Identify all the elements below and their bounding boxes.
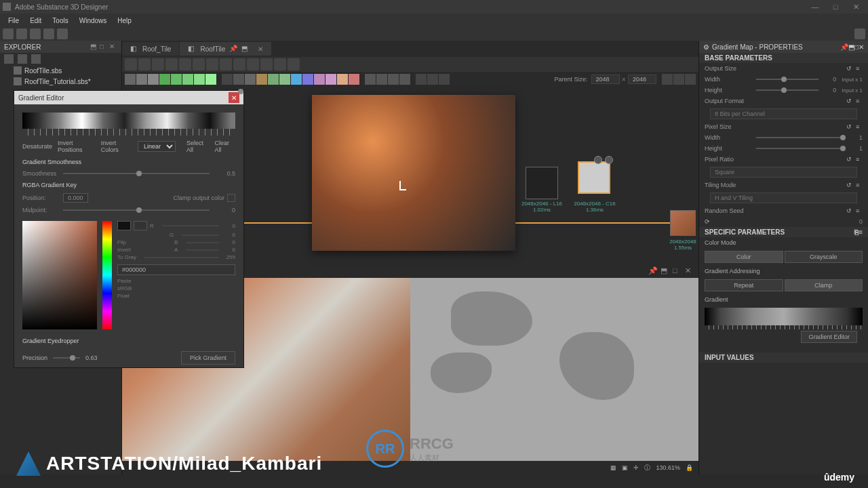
graph-node-output[interactable] — [670, 210, 696, 236]
save-all-icon[interactable] — [57, 28, 68, 39]
close-button[interactable]: ✕ — [229, 92, 239, 103]
break-icon[interactable] — [247, 58, 259, 70]
node-badge-icon[interactable] — [605, 156, 613, 164]
menu-edit[interactable]: Edit — [24, 16, 47, 26]
pin-icon[interactable]: 📌 — [840, 43, 848, 51]
midpoint-slider[interactable] — [63, 209, 210, 211]
position-input[interactable]: 0.000 — [63, 193, 88, 203]
shelf-node-12[interactable] — [256, 74, 267, 85]
dock-icon[interactable]: ⬒ — [848, 43, 854, 51]
shelf-node-24[interactable] — [399, 74, 410, 85]
close-panel-icon[interactable]: ✕ — [109, 43, 117, 51]
shelf-node-16[interactable] — [302, 74, 313, 85]
new-graph-icon[interactable] — [4, 54, 14, 64]
link-icon[interactable] — [31, 54, 41, 64]
g-slider[interactable] — [182, 235, 219, 236]
shelf-node-20[interactable] — [349, 74, 359, 85]
shelf-node-15[interactable] — [291, 74, 302, 85]
shelf-node-23[interactable] — [388, 74, 399, 85]
menu-icon[interactable]: ≡ — [856, 98, 863, 104]
section-specific[interactable]: SPECIFIC PARAMETERS ⎘ ≡ — [699, 227, 868, 237]
select-all-button[interactable]: Select All — [186, 140, 210, 153]
invert-colors-button[interactable]: Invert Colors — [101, 140, 132, 153]
clear-all-button[interactable]: Clear All — [215, 140, 235, 153]
shelf-node-18[interactable] — [326, 74, 336, 85]
section-base[interactable]: BASE PARAMETERS — [699, 53, 868, 63]
gradient-editor-titlebar[interactable]: Gradient Editor ✕ — [14, 91, 243, 104]
gradient-preview[interactable] — [705, 308, 863, 325]
shelf-node-1[interactable] — [125, 74, 136, 85]
menu-help[interactable]: Help — [112, 16, 137, 26]
menu-windows[interactable]: Windows — [74, 16, 113, 26]
shelf-opt-1[interactable] — [662, 74, 673, 85]
color-mode-grayscale-button[interactable]: Grayscale — [785, 251, 863, 263]
section-input-values[interactable]: INPUT VALUES — [699, 352, 868, 363]
expand-icon[interactable]: ⬒ — [241, 45, 250, 53]
shelf-node-10[interactable] — [233, 74, 244, 85]
shelf-node-9[interactable] — [222, 74, 233, 85]
close-icon[interactable]: ✕ — [685, 266, 693, 274]
save-icon[interactable] — [43, 28, 54, 39]
randomize-icon[interactable]: ⟳ — [705, 218, 714, 225]
open-icon[interactable] — [16, 28, 27, 39]
swatch-current[interactable] — [117, 221, 131, 230]
addressing-repeat-button[interactable]: Repeat — [705, 279, 783, 291]
srgb-button[interactable]: sRGB — [117, 285, 235, 291]
shelf-node-11[interactable] — [245, 74, 256, 85]
expand-icon[interactable]: □ — [673, 266, 681, 274]
tree-item[interactable]: RoofTile.sbs — [0, 65, 121, 76]
reset-icon[interactable]: ↺ — [846, 156, 853, 163]
addressing-clamp-button[interactable]: Clamp — [785, 279, 863, 291]
info-icon[interactable]: ⓘ — [644, 464, 650, 472]
new-icon[interactable] — [3, 28, 14, 39]
minimize-button[interactable]: — — [806, 1, 825, 13]
move-icon[interactable] — [138, 58, 151, 70]
clamp-checkbox[interactable] — [227, 194, 235, 202]
shelf-opt-3[interactable] — [685, 74, 696, 85]
pan-icon[interactable] — [125, 58, 137, 70]
height-slider[interactable] — [756, 89, 818, 91]
shelf-tool-1[interactable] — [416, 74, 427, 85]
menu-icon[interactable]: ≡ — [856, 182, 863, 188]
reference-image-overlay[interactable] — [312, 95, 515, 251]
info-icon[interactable] — [165, 58, 178, 70]
menu-icon[interactable]: ≡ — [856, 207, 863, 214]
interpolation-dropdown[interactable]: Linear — [138, 141, 176, 152]
menu-tools[interactable]: Tools — [47, 16, 73, 26]
close-button[interactable]: ✕ — [846, 1, 865, 13]
pin-icon[interactable]: 📌 — [229, 45, 237, 53]
reset-icon[interactable]: ↺ — [846, 65, 853, 72]
swatch-previous[interactable] — [134, 221, 147, 230]
reset-icon[interactable]: ↺ — [846, 123, 853, 130]
precision-slider[interactable] — [53, 357, 80, 359]
grid-icon[interactable]: ▦ — [610, 464, 616, 471]
shelf-node-14[interactable] — [279, 74, 290, 85]
shelf-node-3[interactable] — [148, 74, 159, 85]
color-picker-field[interactable] — [22, 221, 97, 329]
lock-icon[interactable]: 🔒 — [686, 464, 693, 471]
float-button[interactable]: Float — [117, 293, 235, 299]
graph-node-selected[interactable] — [578, 161, 610, 194]
menu-file[interactable]: File — [3, 16, 24, 26]
node-badge-icon[interactable] — [594, 156, 602, 164]
menu-icon[interactable]: ≡ — [856, 123, 863, 130]
maximize-panel-icon[interactable]: □ — [100, 43, 108, 51]
tab-roof-tile-1[interactable]: ◧ Roof_Tile — [122, 42, 179, 56]
shelf-node-4[interactable] — [159, 74, 170, 85]
graph-node[interactable] — [526, 167, 558, 199]
hue-slider[interactable] — [102, 221, 112, 329]
desaturate-button[interactable]: Desaturate — [22, 143, 52, 150]
new-folder-icon[interactable] — [18, 54, 27, 64]
output-format-dropdown[interactable]: 8 Bits per Channel — [710, 108, 857, 119]
gray-slider[interactable] — [144, 257, 219, 258]
shelf-node-19[interactable] — [337, 74, 348, 85]
maximize-button[interactable]: □ — [826, 1, 845, 13]
snap-icon[interactable] — [288, 58, 300, 70]
shelf-node-17[interactable] — [314, 74, 325, 85]
close-tab-icon[interactable]: ✕ — [258, 45, 263, 53]
align-icon[interactable] — [220, 58, 232, 70]
pixel-ratio-dropdown[interactable]: Square — [710, 167, 857, 178]
gradient-strip[interactable] — [22, 113, 235, 129]
r-slider[interactable] — [162, 225, 219, 226]
dock-icon[interactable]: ⬒ — [90, 43, 98, 51]
